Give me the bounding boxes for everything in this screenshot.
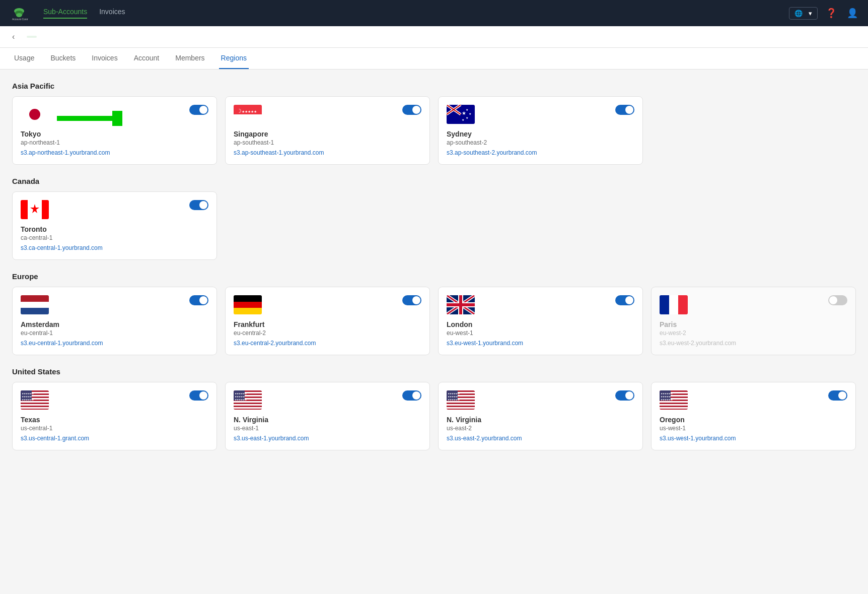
help-icon[interactable]: ❓ <box>826 8 837 19</box>
region-toggle[interactable] <box>828 295 847 305</box>
regions-grid: Tokyoap-northeast-1s3.ap-northeast-1.you… <box>12 96 856 165</box>
region-url[interactable]: s3.eu-central-1.yourbrand.com <box>21 340 103 347</box>
region-url[interactable]: s3.us-west-1.yourbrand.com <box>660 435 736 442</box>
flag-us: ★★★★★★ ★★★★★ ★★★★★★ <box>234 390 262 410</box>
region-code: us-west-1 <box>660 425 847 432</box>
logo-area: Account Control <box>10 4 28 22</box>
region-url[interactable]: s3.us-east-1.yourbrand.com <box>234 435 309 442</box>
region-card: Torontoca-central-1s3.ca-central-1.yourb… <box>12 191 217 260</box>
region-toggle[interactable] <box>189 200 208 210</box>
region-code: ca-central-1 <box>21 234 208 241</box>
tab-members[interactable]: Members <box>173 48 206 69</box>
card-top <box>21 200 208 219</box>
nav-sub-accounts[interactable]: Sub-Accounts <box>43 8 87 19</box>
tab-invoices[interactable]: Invoices <box>90 48 119 69</box>
region-code: ap-southeast-2 <box>447 139 634 146</box>
svg-rect-61 <box>234 407 262 409</box>
section-title: Canada <box>12 177 856 185</box>
tab-account[interactable]: Account <box>132 48 162 69</box>
svg-text:★★★★★★: ★★★★★★ <box>661 398 673 401</box>
svg-text:★: ★ <box>466 116 468 119</box>
region-toggle[interactable] <box>615 390 634 401</box>
section-europe: EuropeAmsterdameu-central-1s3.eu-central… <box>12 272 856 355</box>
svg-rect-29 <box>234 295 262 302</box>
svg-rect-25 <box>42 200 49 219</box>
tab-buckets[interactable]: Buckets <box>48 48 78 69</box>
svg-rect-27 <box>21 302 49 308</box>
svg-rect-82 <box>660 404 688 406</box>
section-united-states: United States ★★★★★★ ★★★★★ ★★★★★★ Texasu… <box>12 367 856 450</box>
region-url[interactable]: s3.eu-central-2.yourbrand.com <box>234 340 316 347</box>
region-toggle[interactable] <box>828 390 847 401</box>
region-toggle[interactable] <box>189 390 208 401</box>
region-url[interactable]: s3.ap-southeast-2.yourbrand.com <box>447 149 537 156</box>
tab-regions[interactable]: Regions <box>219 48 249 69</box>
language-selector[interactable]: 🌐 ▾ <box>789 7 818 20</box>
region-url[interactable]: s3.ap-southeast-1.yourbrand.com <box>234 149 324 156</box>
region-city: Amsterdam <box>21 320 208 328</box>
region-city: Frankfurt <box>234 320 421 328</box>
svg-rect-41 <box>660 295 669 314</box>
svg-rect-83 <box>660 407 688 409</box>
flag-fr <box>660 295 688 314</box>
flag-au: ★ ★ ★ ★ ★ <box>447 105 475 124</box>
svg-point-8 <box>29 109 40 120</box>
svg-text:★★★★★★: ★★★★★★ <box>22 398 34 401</box>
region-card: Londoneu-west-1s3.eu-west-1.yourbrand.co… <box>438 287 643 355</box>
section-title: Asia Pacific <box>12 82 856 90</box>
svg-rect-23 <box>21 200 28 219</box>
region-toggle[interactable] <box>615 295 634 305</box>
region-city: Tokyo <box>21 130 208 138</box>
region-city: Singapore <box>234 130 421 138</box>
tab-usage[interactable]: Usage <box>12 48 36 69</box>
region-card: ☽ ★★★★★Singaporeap-southeast-1s3.ap-sout… <box>225 96 430 165</box>
svg-rect-10 <box>234 114 262 124</box>
flag-jp <box>21 105 49 124</box>
region-toggle[interactable] <box>189 105 208 115</box>
globe-icon: 🌐 <box>794 10 803 17</box>
region-card: Amsterdameu-central-1s3.eu-central-1.you… <box>12 287 217 355</box>
svg-rect-59 <box>234 401 262 403</box>
tabs-bar: Usage Buckets Invoices Account Members R… <box>0 48 868 70</box>
region-toggle[interactable] <box>189 295 208 305</box>
region-city: Paris <box>660 320 847 328</box>
nav-invoices[interactable]: Invoices <box>99 8 125 19</box>
section-canada: Canada Torontoca-central-1s3.ca-central-… <box>12 177 856 260</box>
svg-text:★★★★★★: ★★★★★★ <box>448 398 460 401</box>
svg-rect-26 <box>21 295 49 302</box>
region-card: ★★★★★★ ★★★★★ ★★★★★★ Oregonus-west-1s3.us… <box>651 382 856 450</box>
region-toggle[interactable] <box>615 105 634 115</box>
region-city: Oregon <box>660 416 847 424</box>
region-city: Toronto <box>21 225 208 233</box>
region-toggle[interactable] <box>402 105 421 115</box>
region-card: Tokyoap-northeast-1s3.ap-northeast-1.you… <box>12 96 217 165</box>
svg-text:Account Control: Account Control <box>12 18 28 21</box>
region-url[interactable]: s3.eu-west-2.yourbrand.com <box>660 340 736 347</box>
region-url[interactable]: s3.ca-central-1.yourbrand.com <box>21 244 103 251</box>
user-menu[interactable]: 👤 <box>845 8 858 19</box>
paid-badge <box>27 36 37 38</box>
region-code: eu-west-1 <box>447 329 634 337</box>
regions-grid: Amsterdameu-central-1s3.eu-central-1.you… <box>12 287 856 355</box>
region-toggle[interactable] <box>402 295 421 305</box>
svg-point-3 <box>16 13 22 17</box>
header-right: 🌐 ▾ ❓ 👤 <box>789 7 858 20</box>
region-url[interactable]: s3.us-east-2.yourbrand.com <box>447 435 522 442</box>
region-card: ★★★★★★ ★★★★★ ★★★★★★ Texasus-central-1s3.… <box>12 382 217 450</box>
flag-us: ★★★★★★ ★★★★★ ★★★★★★ <box>447 390 475 410</box>
main-nav: Sub-Accounts Invoices <box>43 8 789 19</box>
card-top: ★ ★ ★ ★ ★ <box>447 105 634 124</box>
region-url[interactable]: s3.eu-west-1.yourbrand.com <box>447 340 523 347</box>
region-card: ★★★★★★ ★★★★★ ★★★★★★ N. Virginiaus-east-1… <box>225 382 430 450</box>
svg-rect-48 <box>21 401 49 403</box>
region-city: Sydney <box>447 130 634 138</box>
svg-rect-49 <box>21 404 49 406</box>
region-code: ap-southeast-1 <box>234 139 421 146</box>
main-content: Asia Pacific Tokyoap-northeast-1s3.ap-no… <box>0 70 868 475</box>
region-url[interactable]: s3.ap-northeast-1.yourbrand.com <box>21 149 110 156</box>
back-button[interactable]: ‹ <box>12 32 15 41</box>
section-title: Europe <box>12 272 856 281</box>
region-toggle[interactable] <box>402 390 421 401</box>
svg-rect-72 <box>447 407 475 409</box>
region-url[interactable]: s3.us-central-1.grant.com <box>21 435 89 442</box>
